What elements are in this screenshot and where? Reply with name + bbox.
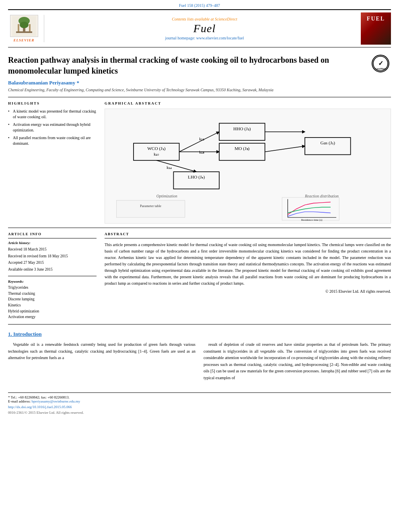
footnote-tel: * Tel.: +60 82260842; fax: +60 82260813. [8, 395, 391, 399]
author-name: Balasubramanian Periyasamy * [8, 80, 391, 86]
intro-col-right: result of depletion of crude oil reserve… [204, 341, 391, 384]
highlights-graphical-section: HIGHLIGHTS A kinetic model was presented… [8, 101, 391, 224]
introduction-heading: 1. Introduction [8, 331, 391, 337]
highlight-item-3: All parallel reactions from waste cookin… [8, 135, 97, 146]
highlight-item-1: A kinetic model was presented for therma… [8, 109, 97, 120]
svg-line-19 [179, 132, 219, 152]
abstract-section: ABSTRACT This article presents a compreh… [105, 232, 391, 320]
issn-text: 0016-2361/© 2015 Elsevier Ltd. All right… [8, 411, 391, 415]
svg-text:HHO (J₂): HHO (J₂) [233, 126, 251, 131]
svg-rect-5 [18, 24, 19, 31]
intro-para-2: result of depletion of crude oil reserve… [204, 341, 391, 381]
article-info-abstract-section: ARTICLE INFO Article history: Received 1… [8, 232, 391, 320]
svg-rect-4 [16, 31, 32, 33]
doi-text[interactable]: http://dx.doi.org/10.1016/j.fuel.2015.05… [8, 405, 72, 409]
history-label: Article history: [8, 241, 97, 245]
svg-text:MO (J₃): MO (J₃) [234, 146, 249, 151]
divider-3 [8, 324, 391, 325]
author-affiliation: Chemical Engineering, Faculty of Enginee… [8, 88, 391, 92]
highlights-label: HIGHLIGHTS [8, 101, 97, 105]
svg-text:Parameter table: Parameter table [140, 204, 161, 208]
highlights-list: A kinetic model was presented for therma… [8, 109, 97, 146]
graphical-abstract-section: GRAPHICAL ABSTRACT WCO (J₁) k₁₀ HHO (J₂)… [105, 101, 391, 224]
svg-text:Gas (J₅): Gas (J₅) [321, 140, 335, 146]
received-date: Received 18 March 2015 [8, 246, 97, 253]
footnote-area: * Tel.: +60 82260842; fax: +60 82260813.… [8, 392, 391, 415]
graphical-abstract-label: GRAPHICAL ABSTRACT [105, 101, 391, 105]
journal-cover-image: FUEL [361, 12, 391, 45]
intro-para-1: Vegetable oil is a renewable feedstock c… [8, 341, 195, 362]
svg-text:k₁₀: k₁₀ [154, 152, 159, 156]
journal-ref-text: Fuel 158 (2015) 479–487 [179, 3, 220, 8]
article-info-section: ARTICLE INFO Article history: Received 1… [8, 232, 97, 320]
svg-text:WCO (J₁): WCO (J₁) [147, 146, 166, 151]
svg-point-3 [20, 22, 29, 28]
intro-col-left: Vegetable oil is a renewable feedstock c… [8, 341, 195, 384]
keyword-2: Thermal cracking [8, 291, 97, 297]
abstract-copyright: © 2015 Elsevier Ltd. All rights reserved… [105, 289, 391, 294]
elsevier-logo: ELSEVIER [8, 15, 44, 42]
sd-link-text[interactable]: ScienceDirect [215, 17, 237, 21]
journal-header: ELSEVIER Contents lists available at Sci… [8, 9, 391, 47]
svg-rect-6 [29, 24, 31, 31]
svg-rect-31 [116, 200, 185, 218]
introduction-section: 1. Introduction Vegetable oil is a renew… [8, 331, 391, 384]
sciencedirect-link: Contents lists available at ScienceDirec… [48, 17, 361, 21]
revised-date: Received in revised form 18 May 2015 [8, 253, 97, 259]
email-link[interactable]: bperiyasamy@swinburne.edu.my [31, 399, 80, 403]
footnote-email: E-mail address: bperiyasamy@swinburne.ed… [8, 399, 391, 403]
svg-text:k₁₃: k₁₃ [199, 150, 204, 154]
abstract-text: This article presents a comprehensive ki… [105, 242, 391, 287]
journal-title: Fuel [48, 22, 361, 35]
introduction-body: Vegetable oil is a renewable feedstock c… [8, 341, 391, 384]
article-info-label: ARTICLE INFO [8, 232, 97, 236]
svg-text:Residence time (s): Residence time (s) [301, 218, 323, 222]
svg-text:✓: ✓ [378, 60, 383, 67]
svg-text:k₁₂: k₁₂ [199, 137, 204, 141]
journal-reference: Fuel 158 (2015) 479–487 [0, 0, 399, 9]
svg-text:CrossMark: CrossMark [375, 68, 386, 70]
keyword-4: Kinetics [8, 302, 97, 308]
homepage-link[interactable]: journal homepage: www.elsevier.com/locat… [48, 36, 361, 40]
article-title: Reaction pathway analysis in thermal cra… [8, 55, 391, 76]
doi-link: http://dx.doi.org/10.1016/j.fuel.2015.05… [8, 405, 391, 409]
graphical-abstract-image: WCO (J₁) k₁₀ HHO (J₂) MO (J₃) LHO (J₄) [105, 109, 391, 224]
highlight-item-2: Activation energy was estimated through … [8, 122, 97, 133]
keyword-1: Triglycerides [8, 285, 97, 291]
elsevier-logo-image [10, 15, 38, 37]
keyword-5: Hybrid optimization [8, 308, 97, 314]
main-content: Reaction pathway analysis in thermal cra… [8, 55, 391, 415]
keyword-6: Activation energy [8, 314, 97, 320]
keyword-3: Discrete lumping [8, 296, 97, 302]
divider-1 [8, 97, 391, 97]
svg-text:Optimization: Optimization [156, 194, 177, 198]
svg-line-21 [156, 160, 196, 172]
abstract-label: ABSTRACT [105, 232, 391, 236]
header-center: Contents lists available at ScienceDirec… [48, 17, 361, 40]
article-title-section: Reaction pathway analysis in thermal cra… [8, 55, 391, 76]
online-date: Available online 3 June 2015 [8, 267, 97, 273]
svg-text:LHO (J₄): LHO (J₄) [188, 175, 205, 180]
divider-2 [8, 228, 391, 228]
elsevier-label: ELSEVIER [13, 38, 34, 42]
crossmark-badge: ✓ CrossMark [372, 55, 391, 74]
svg-line-23 [265, 146, 305, 152]
svg-rect-33 [282, 197, 339, 220]
svg-text:k₁₄: k₁₄ [167, 165, 172, 170]
highlights-section: HIGHLIGHTS A kinetic model was presented… [8, 101, 97, 224]
accepted-date: Accepted 27 May 2015 [8, 260, 97, 266]
keywords-label: Keywords: [8, 279, 97, 283]
